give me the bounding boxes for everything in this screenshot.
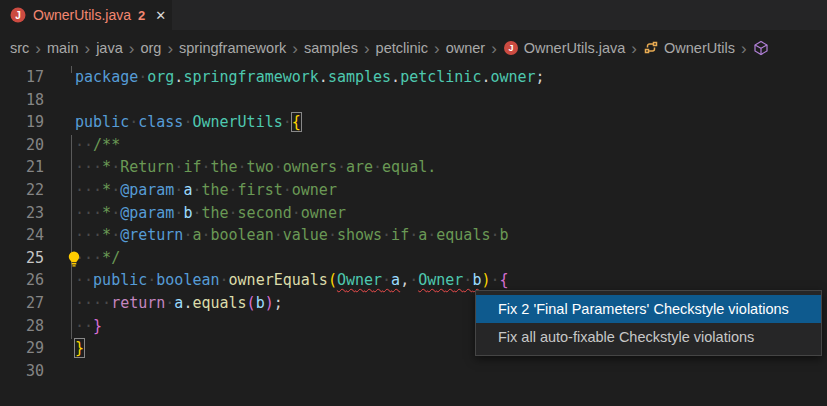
- tab-title: OwnerUtils.java: [33, 7, 131, 23]
- code-content[interactable]: }: [44, 337, 84, 360]
- breadcrumb-label: owner: [446, 40, 486, 56]
- whitespace-dot: ·: [138, 68, 147, 86]
- whitespace-dot: ·: [84, 249, 93, 267]
- breadcrumb-separator: ›: [129, 40, 135, 57]
- whitespace-dot: ·: [283, 113, 292, 131]
- code-content[interactable]: ····return·a.equals(b);: [44, 292, 283, 315]
- code-content[interactable]: package·org.springframework.samples.petc…: [44, 66, 545, 89]
- whitespace-dot: ·: [229, 181, 238, 199]
- line-number[interactable]: 30: [0, 360, 44, 383]
- line-number[interactable]: 19: [0, 111, 44, 134]
- code-line: 25···*/: [0, 247, 827, 270]
- whitespace-dot: ·: [111, 226, 120, 244]
- whitespace-dot: ·: [75, 226, 84, 244]
- whitespace-dot: ·: [382, 271, 391, 289]
- whitespace-dot: ·: [75, 271, 84, 289]
- whitespace-dot: ·: [337, 158, 346, 176]
- indent-guide-class-scope: [71, 135, 72, 339]
- code-content[interactable]: ··public·boolean·ownerEquals(Owner·a,·Ow…: [44, 269, 509, 292]
- breadcrumb: src›main›java›org›springframework›sample…: [0, 30, 827, 66]
- whitespace-dot: ·: [75, 294, 84, 312]
- whitespace-dot: ·: [84, 271, 93, 289]
- breadcrumb-item-main[interactable]: main: [47, 40, 78, 56]
- breadcrumb-item-org[interactable]: org: [140, 40, 161, 56]
- code-line: 30: [0, 360, 827, 383]
- breadcrumb-item-owner[interactable]: owner: [446, 40, 486, 56]
- line-number[interactable]: 28: [0, 315, 44, 338]
- code-line: 23···*·@param·b·the·second·owner: [0, 202, 827, 225]
- breadcrumb-separator: ›: [434, 40, 440, 57]
- breadcrumb-label: org: [140, 40, 161, 56]
- code-content[interactable]: ···*·@return·a·boolean·value·shows·if·a·…: [44, 224, 509, 247]
- breadcrumb-item-ownerutils[interactable]: OwnerUtils: [643, 40, 735, 56]
- quickfix-menu-item[interactable]: Fix all auto-fixable Checkstyle violatio…: [476, 323, 821, 351]
- breadcrumb-separator: ›: [631, 40, 637, 57]
- vscode-editor-window: J OwnerUtils.java 2 ✕ src›main›java›org›…: [0, 0, 827, 406]
- quickfix-menu-item[interactable]: Fix 2 'Final Parameters' Checkstyle viol…: [476, 295, 821, 323]
- breadcrumb-label: samples: [304, 40, 358, 56]
- whitespace-dot: ·: [201, 158, 210, 176]
- whitespace-dot: ·: [84, 158, 93, 176]
- code-content[interactable]: ···*·Return·if·the·two·owners·are·equal.: [44, 156, 436, 179]
- whitespace-dot: ·: [382, 226, 391, 244]
- breadcrumb-item-ownerutils-java[interactable]: JOwnerUtils.java: [503, 40, 626, 56]
- breadcrumb-item-samples[interactable]: samples: [304, 40, 358, 56]
- breadcrumb-label: src: [10, 40, 29, 56]
- whitespace-dot: ·: [84, 181, 93, 199]
- svg-text:J: J: [508, 43, 513, 53]
- line-number[interactable]: 18: [0, 89, 44, 112]
- breadcrumb-label: OwnerUtils.java: [524, 40, 626, 56]
- whitespace-dot: ·: [192, 204, 201, 222]
- line-number[interactable]: 26: [0, 269, 44, 292]
- line-number[interactable]: 29: [0, 337, 44, 360]
- whitespace-dot: ·: [75, 204, 84, 222]
- whitespace-dot: ·: [274, 226, 283, 244]
- line-number[interactable]: 22: [0, 179, 44, 202]
- tab-close-icon[interactable]: ✕: [155, 8, 166, 23]
- whitespace-dot: ·: [490, 226, 499, 244]
- code-content[interactable]: ··/**: [44, 134, 120, 157]
- line-number[interactable]: 17: [0, 66, 44, 89]
- breadcrumb-label: petclinic: [376, 40, 428, 56]
- code-content[interactable]: ···*·@param·b·the·second·owner: [44, 202, 346, 225]
- line-number[interactable]: 21: [0, 156, 44, 179]
- whitespace-dot: ·: [84, 317, 93, 335]
- lightbulb-icon[interactable]: [65, 250, 83, 268]
- breadcrumb-item-springframework[interactable]: springframework: [179, 40, 286, 56]
- code-content[interactable]: [44, 89, 75, 112]
- code-content[interactable]: ··}: [44, 315, 102, 338]
- line-number[interactable]: 27: [0, 292, 44, 315]
- breadcrumb-separator: ›: [741, 40, 747, 57]
- whitespace-dot: ·: [165, 294, 174, 312]
- whitespace-dot: ·: [220, 271, 229, 289]
- tab-ownerutils-java[interactable]: J OwnerUtils.java 2 ✕: [0, 0, 172, 30]
- breadcrumb-separator: ›: [491, 40, 497, 57]
- breadcrumb-item-src[interactable]: src: [10, 40, 29, 56]
- line-number[interactable]: 25: [0, 247, 44, 270]
- breadcrumb-item-petclinic[interactable]: petclinic: [376, 40, 428, 56]
- whitespace-dot: ·: [147, 271, 156, 289]
- indent-guide-top: [71, 66, 72, 73]
- code-content[interactable]: [44, 360, 75, 383]
- code-line: 24···*·@return·a·boolean·value·shows·if·…: [0, 224, 827, 247]
- code-line: 19public·class·OwnerUtils·{: [0, 111, 827, 134]
- line-number[interactable]: 24: [0, 224, 44, 247]
- whitespace-dot: ·: [111, 158, 120, 176]
- quickfix-menu: Fix 2 'Final Parameters' Checkstyle viol…: [475, 290, 822, 356]
- whitespace-dot: ·: [328, 226, 337, 244]
- whitespace-dot: ·: [111, 204, 120, 222]
- code-content[interactable]: public·class·OwnerUtils·{: [44, 111, 301, 134]
- whitespace-dot: ·: [75, 136, 84, 154]
- breadcrumb-item-method[interactable]: [753, 40, 769, 56]
- line-number[interactable]: 20: [0, 134, 44, 157]
- code-content[interactable]: ···*·@param·a·the·first·owner: [44, 179, 337, 202]
- code-line: 26··public·boolean·ownerEquals(Owner·a,·…: [0, 269, 827, 292]
- breadcrumb-label: OwnerUtils: [664, 40, 735, 56]
- breadcrumb-label: java: [96, 40, 123, 56]
- whitespace-dot: ·: [409, 226, 418, 244]
- code-line: 17package·org.springframework.samples.pe…: [0, 66, 827, 89]
- whitespace-dot: ·: [427, 226, 436, 244]
- whitespace-dot: ·: [283, 181, 292, 199]
- line-number[interactable]: 23: [0, 202, 44, 225]
- breadcrumb-item-java[interactable]: java: [96, 40, 123, 56]
